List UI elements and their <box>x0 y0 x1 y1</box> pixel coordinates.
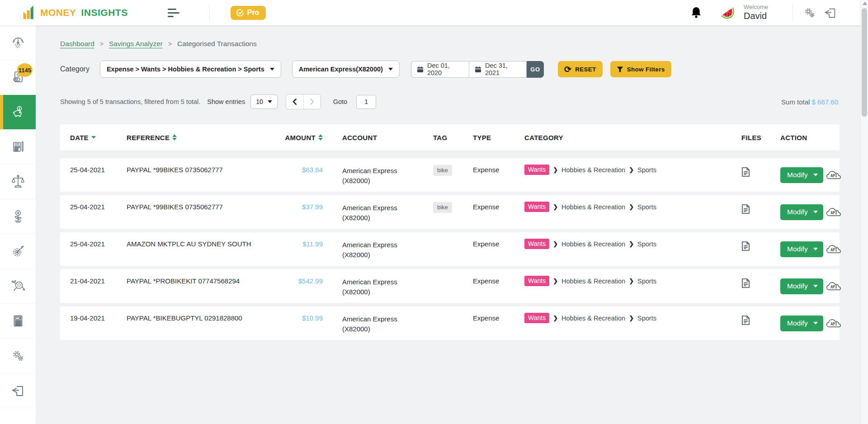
breadcrumb-separator: > <box>100 40 104 47</box>
calculator-pen-icon <box>11 140 25 154</box>
show-filters-button[interactable]: Show Filters <box>610 61 671 77</box>
transactions-table: DATE REFERENCE AMOUNT ACCOUNT TAG TYPE C… <box>60 124 840 340</box>
cell-reference: AMAZON MKTPLC AU SYDNEY SOUTH <box>127 240 277 248</box>
file-document-icon[interactable] <box>741 315 780 325</box>
dashboard-gauge-icon <box>11 35 25 50</box>
hamburger-menu-icon[interactable] <box>168 9 179 17</box>
cell-tag: bike <box>433 203 473 213</box>
header-divider <box>793 5 793 21</box>
column-header-reference[interactable]: REFERENCE <box>127 134 277 141</box>
cell-action: Modify API <box>780 167 842 183</box>
go-button[interactable]: GO <box>527 61 544 78</box>
api-cloud-icon[interactable]: API <box>826 207 842 218</box>
file-document-icon[interactable] <box>741 278 780 288</box>
sidebar-item-balance[interactable] <box>0 165 36 199</box>
bar-chart-logo-icon <box>22 5 36 20</box>
vertical-scrollbar[interactable] <box>860 0 868 424</box>
table-header-row: DATE REFERENCE AMOUNT ACCOUNT TAG TYPE C… <box>60 124 840 151</box>
sidebar-item-review-transactions[interactable]: 1145 <box>0 60 36 95</box>
prev-page-button[interactable] <box>286 94 303 109</box>
pro-badge[interactable]: Pro <box>231 6 266 20</box>
calendar-icon <box>475 66 481 73</box>
pro-label: Pro <box>247 9 259 17</box>
category-badge: Wants <box>524 202 549 212</box>
breadcrumb-current-page: Categorised Transactions <box>177 40 257 48</box>
table-controls-row: Showing 5 of 5 transactions, filtered fr… <box>60 94 838 109</box>
cell-amount: $63.64 <box>277 166 323 174</box>
modify-label: Modify <box>787 319 808 327</box>
brand-logo[interactable]: MONEY INSIGHTS <box>22 5 128 20</box>
category-mid: Hobbies & Recreation <box>561 203 625 211</box>
file-document-icon[interactable] <box>741 167 780 177</box>
cell-action: Modify API <box>780 278 842 294</box>
breadcrumb-dashboard[interactable]: Dashboard <box>60 40 94 48</box>
tag-pill: bike <box>433 165 452 176</box>
sidebar-item-logout[interactable] <box>0 373 36 408</box>
scrollbar-thumb[interactable] <box>862 8 867 117</box>
watermelon-avatar-icon[interactable] <box>718 3 737 22</box>
cell-amount: $37.99 <box>277 203 323 211</box>
cell-account: American Express (X82000) <box>323 277 433 297</box>
modify-button[interactable]: Modify <box>780 316 823 331</box>
modify-label: Modify <box>787 245 808 253</box>
cell-date: 21-04-2021 <box>70 277 127 285</box>
account-select[interactable]: American Express(X82000) <box>292 61 400 78</box>
category-mid: Hobbies & Recreation <box>561 315 625 322</box>
cell-date: 25-04-2021 <box>70 203 127 211</box>
column-header-amount[interactable]: AMOUNT <box>277 134 323 141</box>
logout-icon[interactable] <box>824 6 837 19</box>
top-bar: MONEY INSIGHTS Pro <box>0 0 868 25</box>
sidebar-item-wealth-growth[interactable] <box>0 199 36 234</box>
next-page-button[interactable] <box>303 94 321 109</box>
reset-button[interactable]: ⟳ RESET <box>558 61 603 77</box>
cell-files <box>741 314 780 325</box>
reset-label: RESET <box>575 66 596 73</box>
column-header-category: CATEGORY <box>524 134 741 141</box>
settings-gears-icon[interactable] <box>803 6 816 19</box>
calculator-icon <box>11 314 25 328</box>
sidebar-item-budget-calculator[interactable] <box>0 130 36 165</box>
file-document-icon[interactable] <box>741 241 780 251</box>
sidebar-item-savings-analyzer[interactable] <box>0 95 36 130</box>
chevron-separator: ❯ <box>629 166 634 173</box>
modify-button[interactable]: Modify <box>780 204 823 220</box>
modify-button[interactable]: Modify <box>780 241 823 257</box>
date-from-input[interactable]: Dec 01, 2020 <box>411 61 469 78</box>
api-cloud-icon[interactable]: API <box>826 170 842 181</box>
notification-bell-icon[interactable] <box>690 6 702 19</box>
breadcrumb-separator: > <box>168 40 172 47</box>
sidebar-item-goals[interactable] <box>0 234 36 269</box>
scrollbar-up-arrow[interactable] <box>863 2 867 5</box>
goto-page-input[interactable] <box>356 95 376 109</box>
tag-pill: bike <box>433 202 452 213</box>
sidebar-item-calculator[interactable] <box>0 304 36 339</box>
category-badge: Wants <box>524 276 549 286</box>
entries-per-page-select[interactable]: 10 <box>250 94 278 109</box>
sidebar-item-dashboard[interactable] <box>0 25 36 60</box>
pagination <box>286 94 321 109</box>
cell-files <box>741 203 780 214</box>
sidebar-item-analysis[interactable] <box>0 269 36 304</box>
show-filters-label: Show Filters <box>627 66 665 73</box>
cell-date: 25-04-2021 <box>70 240 127 248</box>
svg-text:API: API <box>830 285 837 289</box>
file-document-icon[interactable] <box>741 204 780 214</box>
breadcrumb-savings-analyzer[interactable]: Savings Analyzer <box>109 40 163 48</box>
chevron-separator: ❯ <box>553 278 558 284</box>
cell-files <box>741 240 780 251</box>
column-header-date[interactable]: DATE <box>70 134 127 141</box>
date-to-input[interactable]: Dec 31, 2021 <box>469 61 527 78</box>
api-cloud-icon[interactable]: API <box>826 318 842 330</box>
category-select[interactable]: Expense > Wants > Hobbies & Recreation >… <box>100 61 281 78</box>
sort-desc-icon <box>91 136 96 139</box>
sidebar-item-settings[interactable] <box>0 339 36 373</box>
api-cloud-icon[interactable]: API <box>826 281 842 292</box>
api-cloud-icon[interactable]: API <box>826 244 842 255</box>
modify-button[interactable]: Modify <box>780 278 823 294</box>
logout-icon <box>11 383 25 398</box>
chevron-separator: ❯ <box>553 166 558 173</box>
target-gear-icon <box>11 244 25 259</box>
show-entries-label: Show entries <box>207 98 245 105</box>
modify-button[interactable]: Modify <box>780 167 823 183</box>
brand-insights-text: INSIGHTS <box>81 7 128 18</box>
